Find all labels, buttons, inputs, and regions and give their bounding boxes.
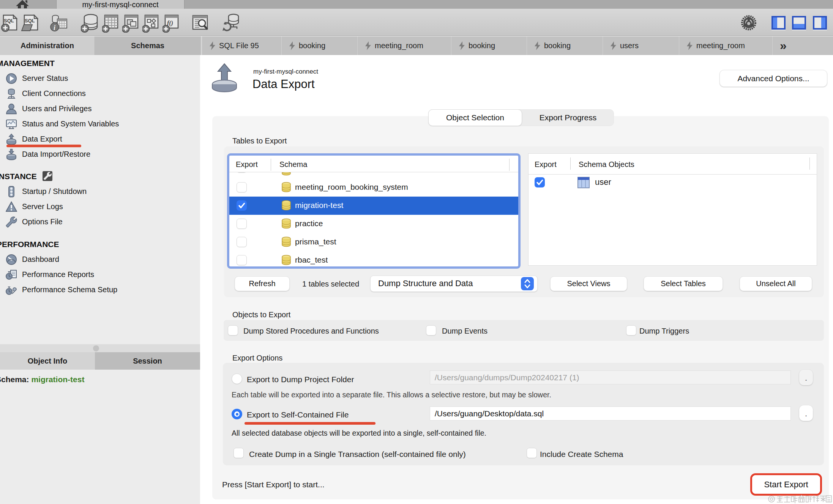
svg-text:SQL: SQL: [25, 18, 35, 24]
svg-text:SQL: SQL: [4, 18, 14, 24]
svg-text:i: i: [54, 24, 55, 32]
